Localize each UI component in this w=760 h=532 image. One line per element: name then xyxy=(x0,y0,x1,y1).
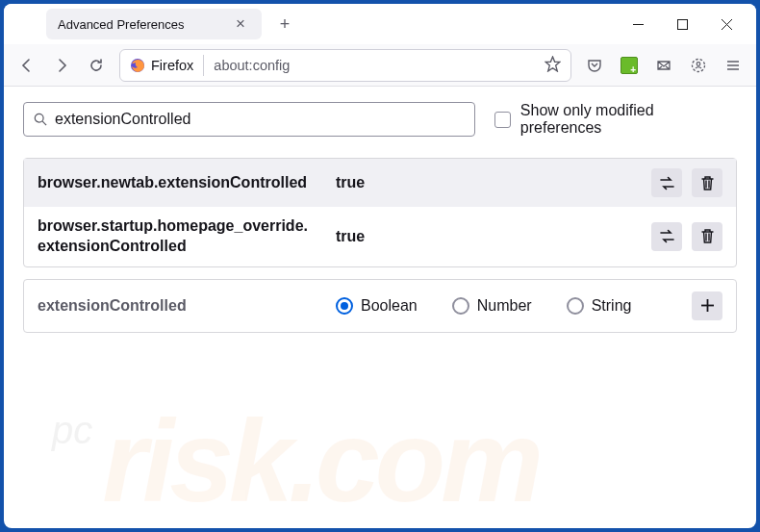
new-tab-button[interactable]: + xyxy=(269,9,300,39)
checkbox-icon xyxy=(494,112,511,128)
filter-modified-checkbox[interactable]: Show only modified preferences xyxy=(494,102,737,137)
svg-rect-1 xyxy=(677,19,687,29)
reload-button[interactable] xyxy=(81,50,112,81)
back-button[interactable] xyxy=(12,50,42,81)
radio-label: String xyxy=(592,297,632,315)
toggle-button[interactable] xyxy=(651,222,682,251)
radio-label: Boolean xyxy=(361,297,418,315)
pref-value: true xyxy=(336,228,651,245)
svg-point-6 xyxy=(697,62,700,65)
forward-button[interactable] xyxy=(46,50,77,81)
hamburger-menu-icon[interactable] xyxy=(718,50,748,81)
browser-tab[interactable]: Advanced Preferences × xyxy=(46,9,262,39)
search-value: extensionControlled xyxy=(55,111,190,128)
pref-value: true xyxy=(336,174,651,191)
type-radio-number[interactable]: Number xyxy=(452,297,532,315)
pocket-icon[interactable] xyxy=(579,50,610,81)
pref-name: browser.newtab.extensionControlled xyxy=(38,173,336,193)
content-area: pcrisk.com extensionControlled Show only… xyxy=(4,87,756,528)
add-button[interactable] xyxy=(692,291,722,320)
account-icon[interactable] xyxy=(683,50,714,81)
add-pref-row: extensionControlled Boolean Number Strin… xyxy=(23,279,737,333)
inbox-icon[interactable] xyxy=(648,50,679,81)
type-radio-string[interactable]: String xyxy=(567,297,632,315)
nav-toolbar: Firefox about:config xyxy=(4,44,756,87)
svg-point-10 xyxy=(35,114,43,122)
firefox-logo-icon xyxy=(130,58,145,73)
new-pref-name: extensionControlled xyxy=(38,297,336,315)
identity-label: Firefox xyxy=(151,58,193,73)
delete-button[interactable] xyxy=(692,222,722,251)
radio-icon xyxy=(336,297,353,315)
pref-name: browser.startup.homepage_override. exten… xyxy=(38,216,336,257)
minimize-button[interactable] xyxy=(616,4,660,44)
delete-button[interactable] xyxy=(692,168,722,197)
pref-row: browser.newtab.extensionControlled true xyxy=(24,159,736,207)
radio-icon xyxy=(452,297,469,315)
identity-box[interactable]: Firefox xyxy=(130,55,204,76)
type-radio-boolean[interactable]: Boolean xyxy=(336,297,418,315)
extension-icon[interactable] xyxy=(614,50,645,81)
pref-row: browser.startup.homepage_override. exten… xyxy=(24,207,736,266)
toggle-button[interactable] xyxy=(651,168,682,197)
radio-label: Number xyxy=(477,297,532,315)
close-window-button[interactable] xyxy=(704,4,748,44)
radio-icon xyxy=(567,297,584,315)
url-bar[interactable]: Firefox about:config xyxy=(119,49,571,82)
bookmark-star-icon[interactable] xyxy=(545,56,561,75)
svg-line-11 xyxy=(42,121,46,125)
search-input[interactable]: extensionControlled xyxy=(23,102,475,137)
maximize-button[interactable] xyxy=(660,4,704,44)
url-text: about:config xyxy=(204,58,545,73)
titlebar: Advanced Preferences × + xyxy=(4,4,756,44)
watermark: pcrisk.com xyxy=(52,394,725,527)
filter-label: Show only modified preferences xyxy=(520,102,737,137)
search-icon xyxy=(34,113,47,126)
close-tab-icon[interactable]: × xyxy=(231,14,250,34)
tab-title: Advanced Preferences xyxy=(58,17,231,32)
preferences-list: browser.newtab.extensionControlled true … xyxy=(23,158,737,267)
